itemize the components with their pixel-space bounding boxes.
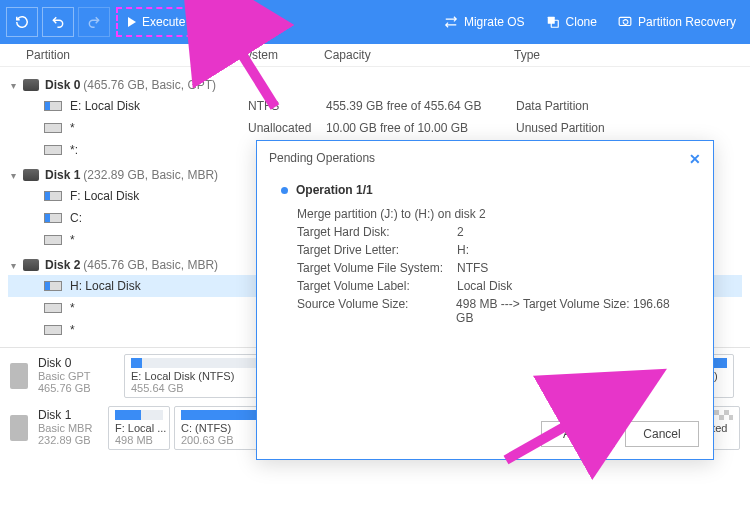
operation-detail-row: Target Hard Disk:2 (281, 223, 689, 241)
dialog-title: Pending Operations (269, 151, 375, 167)
volume-icon (44, 191, 62, 201)
operation-detail-row: Source Volume Size:498 MB ---> Target Vo… (281, 295, 689, 327)
operation-detail-row: Target Volume File System:NTFS (281, 259, 689, 277)
col-type: Type (514, 48, 740, 62)
partition-segment[interactable]: C: (NTFS)200.63 GB (174, 406, 264, 450)
volume-row[interactable]: E: Local DiskNTFS455.39 GB free of 455.6… (8, 95, 742, 117)
undo-button[interactable] (42, 7, 74, 37)
col-partition: Partition (26, 48, 246, 62)
volume-icon (44, 235, 62, 245)
column-headers: Partition ystem Capacity Type (0, 44, 750, 67)
pending-operations-dialog: Pending Operations ✕ Operation 1/1 Merge… (256, 140, 714, 460)
volume-icon (44, 101, 62, 111)
cancel-button[interactable]: Cancel (625, 421, 699, 447)
dialog-close-button[interactable]: ✕ (689, 151, 701, 167)
operation-detail-row: Target Drive Letter:H: (281, 241, 689, 259)
operation-heading: Operation 1/1 (281, 183, 689, 197)
apply-button[interactable]: Apply (541, 421, 615, 447)
redo-button[interactable] (78, 7, 110, 37)
volume-icon (44, 145, 62, 155)
operation-detail-row: Target Volume Label:Local Disk (281, 277, 689, 295)
migrate-os-button[interactable]: Migrate OS (443, 15, 525, 29)
disk-icon (23, 79, 39, 91)
volume-icon (44, 123, 62, 133)
hdd-icon (10, 363, 28, 389)
col-capacity: Capacity (324, 48, 514, 62)
operation-description: Merge partition (J:) to (H:) on disk 2 (281, 205, 689, 223)
execute-label: Execute 1 Operation (142, 15, 251, 29)
partition-recovery-button[interactable]: Partition Recovery (617, 15, 736, 29)
main-toolbar: Execute 1 Operation Migrate OS Clone Par… (0, 0, 750, 44)
play-icon (128, 17, 136, 27)
disk-row[interactable]: ▾Disk 0(465.76 GB, Basic, GPT) (8, 75, 742, 95)
volume-icon (44, 303, 62, 313)
col-filesystem: ystem (246, 48, 324, 62)
clone-button[interactable]: Clone (545, 15, 597, 29)
execute-operations-button[interactable]: Execute 1 Operation (116, 7, 263, 37)
partition-segment[interactable]: F: Local ...498 MB (108, 406, 170, 450)
volume-icon (44, 325, 62, 335)
refresh-button[interactable] (6, 7, 38, 37)
volume-icon (44, 281, 62, 291)
volume-row[interactable]: *Unallocated10.00 GB free of 10.00 GBUnu… (8, 117, 742, 139)
disk-icon (23, 259, 39, 271)
volume-icon (44, 213, 62, 223)
hdd-icon (10, 415, 28, 441)
disk-icon (23, 169, 39, 181)
